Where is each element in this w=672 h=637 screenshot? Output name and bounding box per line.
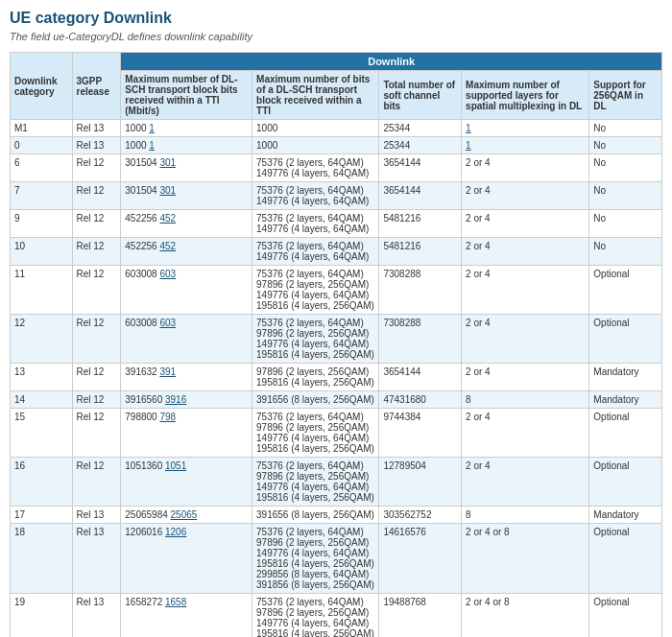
table-row: 15 Rel 12 798800 798 75376 (2 layers, 64… — [11, 409, 662, 458]
cell-layers: 2 or 4 — [462, 266, 589, 315]
cell-soft-bits: 3654144 — [379, 154, 462, 182]
cell-max-block: 75376 (2 layers, 64QAM)149776 (4 layers,… — [252, 238, 379, 266]
max-bits-link[interactable]: 798 — [159, 412, 176, 422]
cell-layers: 1 — [462, 137, 589, 154]
table-row: 13 Rel 12 391632 391 97896 (2 layers, 25… — [11, 364, 662, 391]
downlink-table: Downlink category 3GPP release Downlink … — [10, 52, 662, 637]
cell-category: 14 — [11, 391, 73, 409]
cell-soft-bits: 303562752 — [379, 507, 462, 524]
cell-support: No — [589, 120, 662, 137]
cell-max-block: 1000 — [252, 137, 379, 154]
cell-category: 15 — [11, 409, 73, 458]
table-row: 16 Rel 12 1051360 1051 75376 (2 layers, … — [11, 458, 662, 507]
cell-layers: 2 or 4 or 8 — [462, 594, 589, 638]
table-row: 6 Rel 12 301504 301 75376 (2 layers, 64Q… — [11, 154, 662, 182]
col-header-release: 3GPP release — [72, 53, 121, 120]
cell-category: 6 — [11, 154, 73, 182]
layers-link[interactable]: 1 — [466, 140, 471, 151]
page-title: UE category Downlink — [10, 10, 662, 27]
cell-max-block: 75376 (2 layers, 64QAM)149776 (4 layers,… — [252, 210, 379, 238]
cell-release: Rel 13 — [72, 507, 121, 524]
max-bits-link[interactable]: 25065 — [171, 509, 198, 520]
cell-max-block: 1000 — [252, 120, 379, 137]
cell-support: Optional — [589, 458, 662, 507]
cell-support: Mandatory — [589, 391, 662, 409]
table-row: 19 Rel 13 1658272 1658 75376 (2 layers, … — [11, 594, 662, 638]
cell-release: Rel 12 — [72, 458, 121, 507]
cell-support: Optional — [589, 266, 662, 315]
cell-release: Rel 12 — [72, 391, 121, 409]
cell-release: Rel 13 — [72, 120, 121, 137]
cell-soft-bits: 14616576 — [379, 524, 462, 594]
layers-link[interactable]: 1 — [466, 123, 471, 133]
cell-soft-bits: 5481216 — [379, 238, 462, 266]
cell-soft-bits: 12789504 — [379, 458, 462, 507]
cell-category: 19 — [11, 594, 73, 638]
max-bits-link[interactable]: 1 — [149, 140, 155, 151]
cell-soft-bits: 25344 — [379, 137, 462, 154]
cell-max-bits: 1000 1 — [121, 120, 252, 137]
max-bits-link[interactable]: 301 — [159, 185, 176, 196]
cell-release: Rel 12 — [72, 266, 121, 315]
cell-category: M1 — [11, 120, 73, 137]
page-subtitle: The field ue-CategoryDL defines downlink… — [10, 31, 662, 42]
table-row: 12 Rel 12 603008 603 75376 (2 layers, 64… — [11, 315, 662, 364]
cell-max-bits: 391632 391 — [121, 364, 252, 391]
cell-max-bits: 603008 603 — [121, 266, 252, 315]
cell-max-bits: 798800 798 — [121, 409, 252, 458]
cell-max-block: 75376 (2 layers, 64QAM)97896 (2 layers, … — [252, 315, 379, 364]
table-row: 11 Rel 12 603008 603 75376 (2 layers, 64… — [11, 266, 662, 315]
cell-max-block: 75376 (2 layers, 64QAM)149776 (4 layers,… — [252, 154, 379, 182]
table-row: 17 Rel 13 25065984 25065 391656 (8 layer… — [11, 507, 662, 524]
cell-support: No — [589, 137, 662, 154]
cell-category: 16 — [11, 458, 73, 507]
cell-soft-bits: 7308288 — [379, 266, 462, 315]
group-header-downlink: Downlink — [121, 53, 662, 71]
cell-max-bits: 301504 301 — [121, 182, 252, 210]
cell-soft-bits: 3654144 — [379, 364, 462, 391]
max-bits-link[interactable]: 452 — [159, 213, 176, 224]
max-bits-link[interactable]: 603 — [159, 318, 176, 328]
cell-support: No — [589, 238, 662, 266]
table-row: 14 Rel 12 3916560 3916 391656 (8 layers,… — [11, 391, 662, 409]
max-bits-link[interactable]: 1 — [149, 123, 155, 133]
cell-support: No — [589, 210, 662, 238]
cell-category: 11 — [11, 266, 73, 315]
cell-layers: 2 or 4 — [462, 364, 589, 391]
table-row: 10 Rel 12 452256 452 75376 (2 layers, 64… — [11, 238, 662, 266]
cell-category: 7 — [11, 182, 73, 210]
cell-layers: 2 or 4 — [462, 238, 589, 266]
max-bits-link[interactable]: 452 — [159, 241, 176, 251]
cell-layers: 2 or 4 or 8 — [462, 524, 589, 594]
cell-soft-bits: 5481216 — [379, 210, 462, 238]
cell-release: Rel 13 — [72, 524, 121, 594]
table-row: M1 Rel 13 1000 1 1000 25344 1 No — [11, 120, 662, 137]
cell-layers: 2 or 4 — [462, 154, 589, 182]
max-bits-link[interactable]: 603 — [159, 269, 176, 279]
max-bits-link[interactable]: 1051 — [165, 460, 186, 471]
cell-max-bits: 603008 603 — [121, 315, 252, 364]
cell-release: Rel 12 — [72, 154, 121, 182]
cell-layers: 2 or 4 — [462, 409, 589, 458]
max-bits-link[interactable]: 391 — [159, 366, 176, 377]
cell-max-block: 97896 (2 layers, 256QAM)195816 (4 layers… — [252, 364, 379, 391]
cell-max-block: 391656 (8 layers, 256QAM) — [252, 507, 379, 524]
cell-soft-bits: 25344 — [379, 120, 462, 137]
cell-max-bits: 1051360 1051 — [121, 458, 252, 507]
cell-layers: 2 or 4 — [462, 182, 589, 210]
cell-release: Rel 12 — [72, 315, 121, 364]
max-bits-link[interactable]: 1658 — [165, 597, 186, 607]
cell-release: Rel 12 — [72, 210, 121, 238]
max-bits-link[interactable]: 1206 — [165, 527, 186, 537]
cell-max-bits: 301504 301 — [121, 154, 252, 182]
max-bits-link[interactable]: 3916 — [165, 394, 186, 405]
cell-soft-bits: 9744384 — [379, 409, 462, 458]
col-header-category: Downlink category — [11, 53, 73, 120]
cell-max-bits: 452256 452 — [121, 238, 252, 266]
cell-soft-bits: 3654144 — [379, 182, 462, 210]
max-bits-link[interactable]: 301 — [159, 157, 176, 168]
cell-category: 10 — [11, 238, 73, 266]
cell-support: Optional — [589, 524, 662, 594]
cell-layers: 2 or 4 — [462, 458, 589, 507]
cell-max-bits: 3916560 3916 — [121, 391, 252, 409]
